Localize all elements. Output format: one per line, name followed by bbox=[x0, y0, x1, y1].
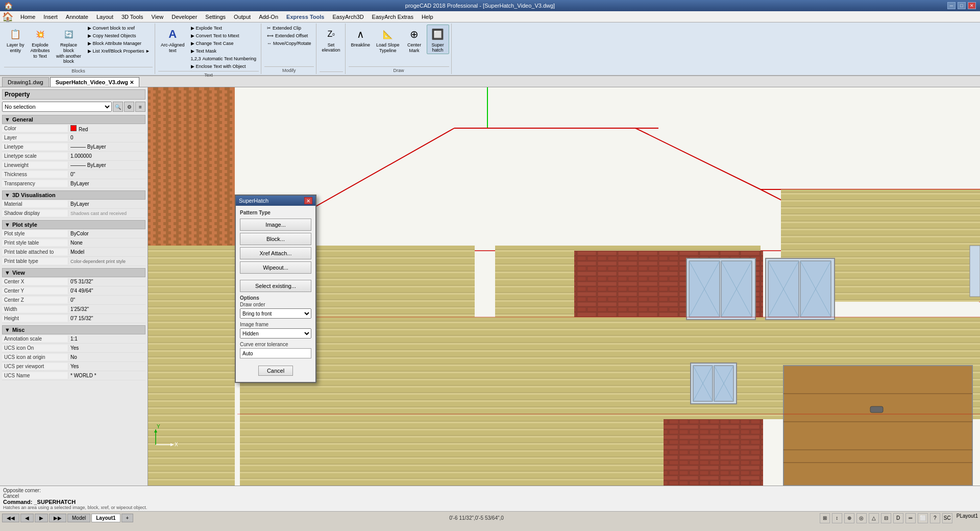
change-case-button[interactable]: ▶ Change Text Case bbox=[188, 40, 259, 47]
menu-item-layout[interactable]: Layout bbox=[92, 13, 117, 21]
arc-aligned-button[interactable]: A Arc-Alignedtext bbox=[158, 25, 187, 55]
polar-icon[interactable]: ◎ bbox=[856, 513, 867, 523]
replace-block-button[interactable]: 🔄 Replace blockwith anotherblock bbox=[54, 25, 84, 66]
explode-attributes-button[interactable]: 💥 ExplodeAttributesto Text bbox=[28, 25, 53, 60]
auto-numbering-button[interactable]: 1,2,3 Automatic Text Numbering bbox=[188, 55, 259, 62]
ribbon-group-modify: ✂ Extended Clip ⟺ Extended Offset ↔ Move… bbox=[262, 23, 316, 74]
menu-item-insert[interactable]: Insert bbox=[39, 13, 62, 21]
nav-prev-btn[interactable]: ◀ bbox=[20, 514, 34, 522]
breakline-button[interactable]: ∧ Breakline bbox=[349, 25, 373, 49]
move-copy-rotate-button[interactable]: ↔ Move/Copy/Rotate bbox=[264, 40, 314, 47]
nav-next-btn[interactable]: ▶ bbox=[35, 514, 48, 522]
nav-right-btn[interactable]: ▶▶ bbox=[49, 514, 66, 522]
prop-settings-btn[interactable]: ⚙ bbox=[124, 102, 134, 112]
layer-by-entity-button[interactable]: 📋 Layer byentity bbox=[4, 25, 27, 55]
tab-superhatch-video[interactable]: SuperHatch_Video_V3.dwg ✕ bbox=[50, 77, 139, 87]
block-button[interactable]: Block... bbox=[240, 233, 311, 245]
prop-plotstyle-row: Plot style ByColor bbox=[2, 229, 145, 238]
prop-width-value: 1'25/32" bbox=[68, 306, 145, 312]
tpmode-icon[interactable]: ⬜ bbox=[918, 513, 928, 523]
draw-order-select[interactable]: Bring to front Send to back Above object… bbox=[240, 308, 311, 319]
menu-item-easyarch3d[interactable]: EasyArch3D bbox=[328, 13, 368, 21]
explode-text-button[interactable]: ▶ Explode Text bbox=[188, 25, 259, 32]
property-selector[interactable]: No selection bbox=[2, 102, 112, 112]
prop-centerz-row: Center Z 0" bbox=[2, 296, 145, 305]
center-mark-button[interactable]: ⊕ CenterMark bbox=[403, 25, 426, 55]
misc-section-header[interactable]: ▼ Misc bbox=[2, 325, 145, 334]
prop-color-label: Color bbox=[2, 125, 68, 132]
plot-label: Plot style bbox=[12, 222, 37, 228]
xref-attach-button[interactable]: Xref Attach... bbox=[240, 247, 311, 259]
prop-height-row: Height 0'7 15/32" bbox=[2, 314, 145, 323]
ribbon-group-modify-content: ✂ Extended Clip ⟺ Extended Offset ↔ Move… bbox=[264, 25, 314, 65]
superhatch-button[interactable]: 🔲 Superhatch bbox=[427, 25, 449, 54]
menu-item-easyarch-extras[interactable]: EasyArch Extras bbox=[368, 13, 418, 21]
cancel-button[interactable]: Cancel bbox=[258, 366, 293, 376]
block-attr-button[interactable]: ▶ Block Attribute Manager bbox=[85, 40, 153, 47]
select-existing-button[interactable]: Select existing... bbox=[240, 280, 311, 292]
lweight-icon[interactable]: ═ bbox=[905, 513, 916, 523]
text-mask-button[interactable]: ▶ Text Mask bbox=[188, 47, 259, 55]
general-section-header[interactable]: ▼ General bbox=[2, 115, 145, 124]
nav-left-btn[interactable]: ◀◀ bbox=[2, 514, 19, 522]
auto-numbering-icon: 1,2,3 bbox=[191, 56, 201, 61]
dialog-close-button[interactable]: ✕ bbox=[304, 197, 312, 204]
menu-item-output[interactable]: Output bbox=[230, 13, 255, 21]
prop-filter-btn[interactable]: 🔍 bbox=[113, 102, 123, 112]
restore-button[interactable]: □ bbox=[958, 2, 966, 9]
dyn-icon[interactable]: D bbox=[893, 513, 903, 523]
wipeout-button[interactable]: Wipeout... bbox=[240, 261, 311, 274]
prop-layer-label: Layer bbox=[2, 134, 68, 141]
menu-item-home[interactable]: Home bbox=[16, 13, 39, 21]
sc-icon[interactable]: SC bbox=[942, 513, 952, 523]
view-section: ▼ View Center X 0'5 31/32" Center Y 0'4 … bbox=[2, 268, 145, 323]
qp-icon[interactable]: ? bbox=[930, 513, 940, 523]
minimize-button[interactable]: ─ bbox=[947, 2, 955, 9]
extended-offset-button[interactable]: ⟺ Extended Offset bbox=[264, 32, 314, 39]
3d-vis-section-header[interactable]: ▼ 3D Visualisation bbox=[2, 190, 145, 200]
grid-icon[interactable]: ↕ bbox=[832, 513, 842, 523]
image-frame-select[interactable]: Hidden Shown Shown and plot bbox=[240, 328, 311, 339]
menu-item-developer[interactable]: Developer bbox=[167, 13, 201, 21]
load-slope-button[interactable]: 📐 Load SlopeTypeline bbox=[374, 25, 402, 55]
menu-item-view[interactable]: View bbox=[148, 13, 168, 21]
convert-mtext-button[interactable]: ▶ Convert Text to Mtext bbox=[188, 32, 259, 39]
menu-item-addon[interactable]: Add-On bbox=[255, 13, 282, 21]
model-tab[interactable]: Model bbox=[67, 514, 90, 522]
prop-extra-btn[interactable]: ≡ bbox=[135, 102, 145, 112]
drawing-area[interactable]: X Y bbox=[148, 87, 980, 486]
enclose-text-button[interactable]: ▶ Enclose Text with Object bbox=[188, 63, 259, 70]
ortho-icon[interactable]: ⊕ bbox=[844, 513, 854, 523]
tab-drawing1[interactable]: Drawing1.dwg bbox=[2, 77, 49, 87]
add-layout-btn[interactable]: + bbox=[121, 514, 134, 522]
misc-label: Misc bbox=[12, 327, 24, 333]
app-logo: 🏠 bbox=[2, 11, 13, 22]
osnap-icon[interactable]: △ bbox=[869, 513, 879, 523]
snap-icon[interactable]: ⊞ bbox=[820, 513, 830, 523]
prop-transparency-value: ByLayer bbox=[68, 180, 145, 187]
layout1-tab[interactable]: Layout1 bbox=[91, 514, 120, 522]
extended-clip-button[interactable]: ✂ Extended Clip bbox=[264, 25, 314, 32]
menu-item-3dtools[interactable]: 3D Tools bbox=[117, 13, 148, 21]
copy-nested-button[interactable]: ▶ Copy Nested Objects bbox=[85, 32, 153, 39]
convert-block-button[interactable]: ▶ Convert block to xref bbox=[85, 25, 153, 32]
close-button[interactable]: ✕ bbox=[968, 2, 976, 9]
app-icon: 🏠 bbox=[4, 2, 13, 10]
misc-section: ▼ Misc Annotation scale 1:1 UCS icon On … bbox=[2, 325, 145, 380]
curve-error-input[interactable] bbox=[240, 348, 311, 358]
modify-group-label: Modify bbox=[264, 66, 314, 73]
bottom-bar: ◀◀ ◀ ▶ ▶▶ Model Layout1 + 0'-6 11/32",0'… bbox=[0, 511, 980, 524]
svg-line-28 bbox=[635, 128, 761, 189]
view-section-header[interactable]: ▼ View bbox=[2, 268, 145, 277]
menu-item-annotate[interactable]: Annotate bbox=[62, 13, 92, 21]
list-xref-button[interactable]: ▶ List Xref/Block Properties ► bbox=[85, 47, 153, 55]
prop-centery-row: Center Y 0'4 49/64" bbox=[2, 286, 145, 296]
image-button[interactable]: Image... bbox=[240, 219, 311, 231]
track-icon[interactable]: ⊟ bbox=[881, 513, 891, 523]
extended-clip-icon: ✂ bbox=[267, 26, 271, 31]
menu-item-settings[interactable]: Settings bbox=[201, 13, 230, 21]
menu-item-help[interactable]: Help bbox=[418, 13, 437, 21]
menu-item-expresstools[interactable]: Express Tools bbox=[282, 13, 328, 21]
plot-section-header[interactable]: ▼ Plot style bbox=[2, 220, 145, 229]
set-elevation-button[interactable]: Z0 Setelevation bbox=[320, 25, 343, 54]
